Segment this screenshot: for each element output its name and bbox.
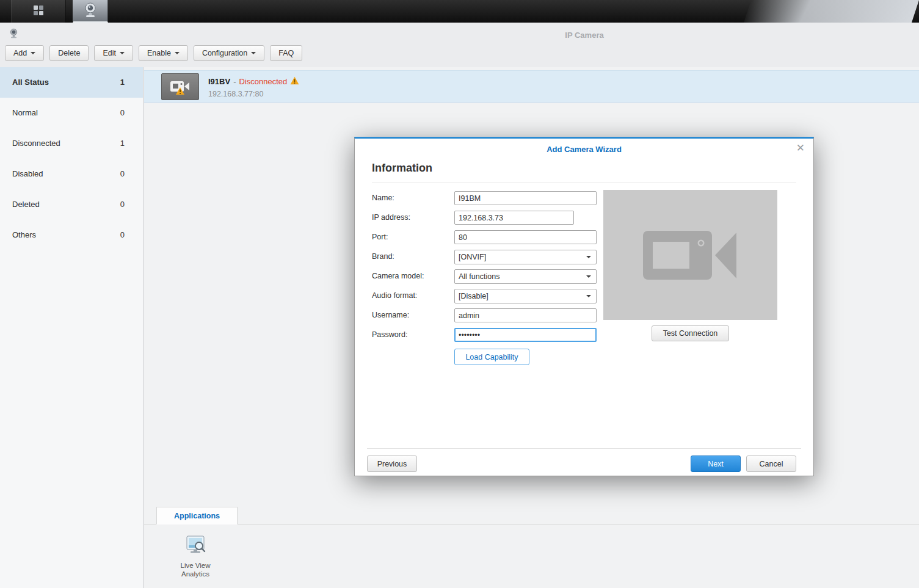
enable-button[interactable]: Enable: [139, 45, 188, 61]
app-live-view-analytics[interactable]: Live View Analytics: [167, 534, 223, 578]
chevron-down-icon: [586, 275, 591, 278]
sidebar-item-count: 0: [120, 220, 125, 250]
sidebar-item-count: 1: [120, 67, 125, 98]
sidebar-item-count: 0: [120, 98, 125, 128]
camera-preview-placeholder: [603, 190, 777, 320]
sidebar-item-label: Deleted: [12, 200, 40, 209]
chevron-down-icon: [586, 256, 591, 258]
video-camera-placeholder-icon: [603, 190, 777, 320]
sidebar-item-count: 1: [120, 128, 125, 159]
window-title: IP Camera: [565, 31, 603, 40]
password-field[interactable]: [454, 328, 597, 342]
webcam-icon: [82, 2, 98, 20]
camera-separator: -: [233, 77, 236, 86]
sidebar-item-others[interactable]: Others 0: [0, 220, 143, 250]
configuration-button-label: Configuration: [202, 49, 247, 57]
applications-tab-strip: Applications: [144, 507, 919, 524]
username-field[interactable]: [454, 308, 597, 322]
sidebar-item-label: Disconnected: [12, 139, 60, 148]
live-view-analytics-icon: [184, 546, 206, 557]
username-label: Username:: [372, 311, 409, 319]
audio-format-select[interactable]: [Disable]: [454, 289, 597, 303]
faq-button[interactable]: FAQ: [270, 45, 302, 61]
sidebar-item-label: Disabled: [12, 169, 43, 178]
chevron-down-icon: [586, 295, 591, 297]
camera-name: I91BV: [208, 77, 230, 86]
taskbar-highlight: [744, 0, 919, 23]
camera-title-line: I91BV - Disconnected: [208, 76, 299, 87]
divider: [372, 183, 796, 183]
tab-applications[interactable]: Applications: [156, 507, 238, 524]
chevron-down-icon: [175, 52, 180, 54]
chevron-down-icon: [120, 52, 125, 54]
configuration-button[interactable]: Configuration: [194, 45, 264, 61]
ip-address-label: IP address:: [372, 213, 410, 222]
sidebar-item-count: 0: [120, 189, 125, 220]
cancel-button[interactable]: Cancel: [746, 456, 796, 472]
audio-format-label: Audio format:: [372, 291, 417, 300]
name-label: Name:: [372, 194, 394, 202]
brand-label: Brand:: [372, 252, 394, 261]
taskbar-app-ip-camera[interactable]: [73, 0, 108, 23]
add-button[interactable]: Add: [5, 45, 44, 61]
status-sidebar: All Status 1 Normal 0 Disconnected 1 Dis…: [0, 67, 143, 588]
toolbar: Add Delete Edit Enable Configuration FAQ: [5, 45, 302, 61]
add-camera-wizard-dialog: Add Camera Wizard ✕ Information Name: IP…: [354, 137, 814, 476]
sidebar-item-label: All Status: [12, 78, 49, 87]
camera-model-select[interactable]: All functions: [454, 269, 597, 284]
brand-select[interactable]: [ONVIF]: [454, 250, 597, 264]
taskbar: [0, 0, 919, 23]
close-icon[interactable]: ✕: [796, 143, 805, 153]
name-field[interactable]: [454, 191, 597, 205]
app-label: Live View Analytics: [167, 561, 223, 578]
previous-button[interactable]: Previous: [367, 456, 417, 472]
sidebar-item-count: 0: [120, 159, 125, 189]
camera-row[interactable]: I91BV - Disconnected 192.168.3.77:80: [144, 70, 919, 103]
warning-icon: [290, 76, 299, 87]
edit-button-label: Edit: [103, 49, 116, 57]
dialog-title: Add Camera Wizard: [355, 145, 813, 154]
sidebar-item-normal[interactable]: Normal 0: [0, 98, 143, 128]
load-capability-button[interactable]: Load Capability: [454, 349, 529, 365]
divider: [367, 448, 801, 449]
screen: IP Camera Add Delete Edit Enable Configu…: [0, 0, 919, 588]
delete-button-label: Delete: [58, 49, 80, 57]
dialog-section-title: Information: [372, 162, 432, 175]
add-button-label: Add: [13, 49, 27, 57]
edit-button[interactable]: Edit: [94, 45, 133, 61]
delete-button[interactable]: Delete: [49, 45, 89, 61]
sidebar-item-disconnected[interactable]: Disconnected 1: [0, 128, 143, 159]
faq-button-label: FAQ: [278, 49, 294, 57]
camera-address: 192.168.3.77:80: [208, 90, 263, 98]
next-button[interactable]: Next: [691, 456, 741, 472]
port-label: Port:: [372, 233, 388, 241]
sidebar-item-label: Normal: [12, 108, 38, 117]
main-menu-button[interactable]: [11, 0, 66, 23]
camera-status: Disconnected: [239, 77, 287, 86]
applications-tab-label: Applications: [174, 512, 220, 520]
camera-model-value: All functions: [459, 272, 499, 281]
sidebar-item-label: Others: [12, 230, 36, 239]
main-menu-grid-icon: [32, 4, 45, 19]
camera-thumbnail: [161, 73, 199, 100]
password-label: Password:: [372, 330, 407, 339]
video-camera-icon: [167, 77, 194, 96]
audio-format-value: [Disable]: [459, 292, 489, 300]
test-connection-label: Test Connection: [663, 329, 718, 338]
sidebar-item-disabled[interactable]: Disabled 0: [0, 159, 143, 189]
ip-address-field[interactable]: [454, 211, 574, 225]
test-connection-button[interactable]: Test Connection: [652, 325, 729, 341]
brand-value: [ONVIF]: [459, 253, 486, 261]
port-field[interactable]: [454, 230, 597, 244]
camera-model-label: Camera model:: [372, 272, 424, 280]
chevron-down-icon: [31, 52, 35, 54]
enable-button-label: Enable: [147, 49, 171, 57]
sidebar-item-all-status[interactable]: All Status 1: [0, 67, 143, 98]
sidebar-item-deleted[interactable]: Deleted 0: [0, 189, 143, 220]
window-camera-icon: [9, 28, 19, 41]
chevron-down-icon: [251, 52, 256, 54]
